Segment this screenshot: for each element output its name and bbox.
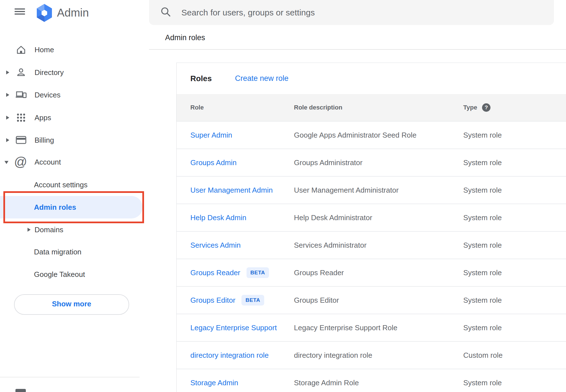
expand-arrow-icon[interactable] [6, 70, 9, 74]
role-type: System role [463, 149, 502, 176]
menu-button[interactable] [10, 3, 29, 20]
table-row: Services AdminServices AdministratorSyst… [177, 232, 566, 259]
role-type: System role [463, 122, 502, 149]
sidebar-item-home[interactable]: Home [0, 38, 146, 61]
role-type: System role [463, 314, 502, 341]
table-header-row: Role Role description Type ? [177, 94, 566, 122]
search-icon [160, 6, 171, 17]
sidebar-item-label: Account [35, 151, 61, 173]
role-type: Custom role [463, 342, 503, 369]
table-row: Super AdminGoogle Apps Administrator See… [177, 122, 566, 149]
show-more-button[interactable]: Show more [14, 294, 129, 315]
roles-card: Roles Create new role Role Role descript… [176, 63, 566, 392]
role-description: Groups Editor [294, 287, 339, 314]
at-sign-icon: @ [14, 151, 27, 173]
role-link[interactable]: directory integration role [190, 351, 269, 359]
menu-icon [15, 8, 25, 10]
breadcrumb: Admin roles [165, 33, 205, 42]
role-cell: Storage Admin [190, 369, 238, 392]
role-cell: Services Admin [190, 232, 241, 259]
expand-arrow-icon[interactable] [6, 93, 9, 97]
create-new-role-link[interactable]: Create new role [235, 63, 289, 94]
role-cell: User Management Admin [190, 177, 273, 204]
role-type: System role [463, 204, 502, 231]
sidebar-item-label: Admin roles [34, 196, 76, 218]
role-description: directory integration role [294, 342, 372, 369]
role-link[interactable]: Storage Admin [190, 379, 238, 387]
role-link[interactable]: User Management Admin [190, 186, 273, 194]
role-link[interactable]: Help Desk Admin [190, 213, 246, 222]
role-description: Legacy Enterprise Support Role [294, 314, 398, 341]
admin-logo-icon [36, 3, 53, 22]
role-cell: Help Desk Admin [190, 204, 246, 231]
sidebar-item-account-settings[interactable]: Account settings [0, 174, 146, 196]
column-header-description: Role description [294, 94, 342, 121]
sidebar-item-directory[interactable]: Directory [0, 61, 146, 84]
sidebar-item-billing[interactable]: Billing [0, 129, 146, 151]
sidebar-item-account[interactable]: @ Account [0, 151, 146, 173]
role-link[interactable]: Super Admin [190, 131, 232, 139]
table-row: Groups EditorBETAGroups EditorSystem rol… [177, 287, 566, 314]
credit-card-icon [15, 135, 27, 146]
help-icon[interactable]: ? [482, 103, 490, 112]
expand-arrow-icon[interactable] [6, 138, 9, 142]
role-link[interactable]: Groups Editor [190, 296, 235, 304]
role-description: Groups Administrator [294, 149, 362, 176]
role-cell: Groups EditorBETA [190, 287, 264, 314]
table-row: User Management AdminUser Management Adm… [177, 177, 566, 204]
role-cell: directory integration role [190, 342, 269, 369]
role-cell: Groups ReaderBETA [190, 259, 269, 286]
sidebar-item-domains[interactable]: Domains [0, 218, 146, 241]
sidebar-divider [0, 377, 140, 377]
role-link[interactable]: Services Admin [190, 241, 241, 249]
role-type: System role [463, 177, 502, 204]
expand-arrow-icon[interactable] [6, 116, 9, 120]
sidebar-item-label: Domains [35, 218, 63, 241]
apps-grid-icon [15, 112, 27, 123]
role-description: Services Administrator [294, 232, 367, 259]
sidebar-item-label: Home [35, 38, 54, 61]
sidebar-item-apps[interactable]: Apps [0, 106, 146, 129]
expand-arrow-icon[interactable] [28, 228, 31, 232]
search-placeholder: Search for users, groups or settings [181, 0, 315, 25]
role-description: Google Apps Administrator Seed Role [294, 122, 416, 149]
card-title: Roles [190, 63, 212, 94]
role-link[interactable]: Groups Admin [190, 158, 237, 167]
product-title: Admin [57, 0, 89, 25]
role-cell: Legacy Enterprise Support [190, 314, 277, 341]
collapse-arrow-icon[interactable] [4, 161, 8, 164]
sidebar-item-label: Account settings [34, 174, 88, 196]
role-description: User Management Administrator [294, 177, 399, 204]
sidebar-item-google-takeout[interactable]: Google Takeout [0, 263, 146, 286]
home-icon [15, 44, 27, 55]
role-link[interactable]: Groups Reader [190, 268, 240, 277]
card-header: Roles Create new role [177, 63, 566, 94]
role-cell: Groups Admin [190, 149, 237, 176]
table-body: Super AdminGoogle Apps Administrator See… [177, 122, 566, 392]
sidebar-item-label: Devices [35, 84, 60, 106]
table-row: directory integration roledirectory inte… [177, 342, 566, 369]
table-row: Groups AdminGroups AdministratorSystem r… [177, 149, 566, 177]
role-type: System role [463, 369, 502, 392]
column-header-role: Role [190, 94, 204, 121]
table-row: Legacy Enterprise SupportLegacy Enterpri… [177, 314, 566, 342]
sidebar-item-devices[interactable]: Devices [0, 84, 146, 106]
column-header-type: Type [463, 94, 477, 121]
header-divider [149, 49, 566, 50]
clipped-bottom-icon [15, 389, 26, 392]
role-type: System role [463, 287, 502, 314]
table-row: Help Desk AdminHelp Desk AdministratorSy… [177, 204, 566, 232]
role-link[interactable]: Legacy Enterprise Support [190, 323, 277, 332]
beta-badge: BETA [247, 267, 269, 278]
role-type: System role [463, 259, 502, 286]
sidebar-item-label: Directory [35, 61, 64, 84]
role-description: Storage Admin Role [294, 369, 359, 392]
sidebar-item-label: Google Takeout [34, 263, 85, 286]
sidebar-item-label: Billing [35, 129, 54, 151]
role-description: Groups Reader [294, 259, 344, 286]
sidebar-item-admin-roles[interactable]: Admin roles [0, 196, 146, 218]
beta-badge: BETA [241, 295, 264, 306]
table-row: Groups ReaderBETAGroups ReaderSystem rol… [177, 259, 566, 287]
sidebar-item-data-migration[interactable]: Data migration [0, 241, 146, 263]
devices-icon [15, 89, 27, 101]
